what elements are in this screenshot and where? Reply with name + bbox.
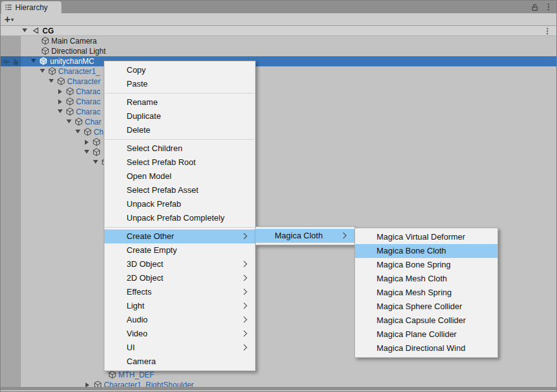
foldout-icon[interactable] <box>84 150 89 154</box>
chevron-down-icon: ▾ <box>11 16 14 23</box>
menu-item-magica-sphere-collider[interactable]: Magica Sphere Collider <box>355 300 498 314</box>
tree-item-directional-light[interactable]: Directional Light <box>1 46 556 56</box>
foldout-icon[interactable] <box>58 109 63 113</box>
menu-item-label: 3D Object <box>127 259 163 269</box>
menu-item-rename[interactable]: Rename <box>104 95 255 109</box>
menu-item-light[interactable]: Light <box>104 299 255 313</box>
menu-item-delete[interactable]: Delete <box>104 123 255 137</box>
tree-item[interactable]: Character1_ <box>1 66 556 77</box>
menu-item-camera[interactable]: Camera <box>104 355 255 369</box>
foldout-icon[interactable] <box>66 119 72 123</box>
tree-item-label: Charac <box>76 107 101 117</box>
menu-item-magica-plane-collider[interactable]: Magica Plane Collider <box>355 328 498 341</box>
menu-item-select-prefab-asset[interactable]: Select Prefab Asset <box>104 183 255 197</box>
pick-hand-icon[interactable] <box>11 58 20 66</box>
eye-icon[interactable] <box>2 58 10 66</box>
menu-item-duplicate[interactable]: Duplicate <box>104 109 255 123</box>
menu-item-magica-virtual-deformer[interactable]: Magica Virtual Deformer <box>355 230 498 244</box>
menu-item-magica-cloth[interactable]: Magica Cloth <box>256 229 354 243</box>
create-button[interactable]: + ▾ <box>4 13 14 25</box>
cube-icon <box>57 77 65 85</box>
menu-item-video[interactable]: Video <box>104 327 255 341</box>
plus-icon: + <box>4 14 10 25</box>
tree-item[interactable] <box>1 157 556 168</box>
cube-icon <box>48 67 56 75</box>
tree-item-main-camera[interactable]: Main Camera <box>1 36 556 46</box>
menu-item-magica-bone-cloth[interactable]: Magica Bone Cloth <box>355 244 498 258</box>
foldout-icon[interactable] <box>22 28 27 32</box>
tab-bar-controls: ⋮ <box>530 1 553 13</box>
menu-item-ui[interactable]: UI <box>104 341 255 355</box>
menu-item-select-prefab-root[interactable]: Select Prefab Root <box>104 156 255 169</box>
tree-item[interactable] <box>1 137 556 147</box>
create-other-submenu: Magica Cloth <box>255 226 355 245</box>
menu-item-label: 2D Object <box>127 273 163 283</box>
cube-icon <box>75 118 83 126</box>
menu-item-unpack-prefab-completely[interactable]: Unpack Prefab Completely <box>104 211 255 225</box>
cube-icon <box>41 37 49 45</box>
menu-item-effects[interactable]: Effects <box>104 285 255 299</box>
menu-item-label: Magica Cloth <box>275 231 323 240</box>
tree-item[interactable] <box>1 147 556 157</box>
submenu-arrow-icon <box>241 275 247 281</box>
tree-item[interactable]: Charac <box>1 107 556 117</box>
menu-item-label: Create Other <box>127 231 174 241</box>
cube-icon <box>108 371 116 379</box>
menu-item-paste[interactable]: Paste <box>104 77 255 91</box>
unlock-icon[interactable] <box>530 3 539 11</box>
foldout-icon[interactable] <box>75 130 80 133</box>
tree-item-mth-def[interactable]: MTH_DEF <box>1 370 556 380</box>
tab-bar: Hierarchy ⋮ <box>1 1 556 13</box>
cube-icon <box>66 107 74 116</box>
submenu-arrow-icon <box>241 317 247 323</box>
menu-item-3d-object[interactable]: 3D Object <box>104 257 255 271</box>
magica-cloth-submenu: Magica Virtual Deformer Magica Bone Clot… <box>354 228 498 358</box>
menu-item-create-empty[interactable]: Create Empty <box>104 243 255 257</box>
tree-item[interactable]: Ch <box>1 127 556 137</box>
tree-item[interactable]: Charac <box>1 87 556 97</box>
menu-separator <box>105 227 254 228</box>
menu-item-magica-bone-spring[interactable]: Magica Bone Spring <box>355 258 498 272</box>
cube-icon <box>66 97 74 106</box>
hierarchy-toolbar: + ▾ <box>1 13 556 26</box>
scene-header-row[interactable]: CG ⋮ <box>1 26 556 36</box>
hierarchy-list-icon <box>4 3 13 11</box>
tree-item-unitychanmc-selected[interactable]: unitychanMC <box>1 56 556 66</box>
foldout-icon[interactable] <box>93 160 98 164</box>
submenu-arrow-icon <box>241 233 247 240</box>
menu-item-magica-mesh-cloth[interactable]: Magica Mesh Cloth <box>355 272 498 286</box>
foldout-icon[interactable] <box>49 79 54 83</box>
menu-item-open-model[interactable]: Open Model <box>104 169 255 183</box>
tree-item[interactable]: Charac <box>1 97 556 107</box>
unity-scene-icon <box>31 27 39 35</box>
menu-item-audio[interactable]: Audio <box>104 313 255 327</box>
menu-item-unpack-prefab[interactable]: Unpack Prefab <box>104 197 255 211</box>
submenu-arrow-icon <box>241 261 247 267</box>
submenu-arrow-icon <box>241 345 247 351</box>
panel-menu-icon[interactable]: ⋮ <box>544 1 553 13</box>
foldout-icon[interactable] <box>31 59 36 63</box>
foldout-icon[interactable] <box>58 99 62 104</box>
menu-item-select-children[interactable]: Select Children <box>104 142 255 156</box>
scene-menu-icon[interactable]: ⋮ <box>544 26 551 36</box>
foldout-icon[interactable] <box>40 69 45 73</box>
cube-icon <box>84 128 92 136</box>
menu-item-magica-directional-wind[interactable]: Magica Directional Wind <box>355 341 498 355</box>
menu-item-copy[interactable]: Copy <box>104 63 255 77</box>
menu-item-magica-capsule-collider[interactable]: Magica Capsule Collider <box>355 314 498 328</box>
tree-item[interactable]: Character <box>1 77 556 87</box>
tree-item-label: Charac <box>76 87 101 97</box>
menu-item-2d-object[interactable]: 2D Object <box>104 271 255 285</box>
submenu-arrow-icon <box>241 331 247 337</box>
menu-item-create-other[interactable]: Create Other <box>104 230 255 243</box>
menu-item-magica-mesh-spring[interactable]: Magica Mesh Spring <box>355 286 498 300</box>
visibility-gutter-selected <box>1 56 21 66</box>
submenu-arrow-icon <box>241 303 247 309</box>
tree-item[interactable]: Char <box>1 117 556 127</box>
foldout-icon[interactable] <box>85 140 89 145</box>
cube-icon <box>92 138 101 146</box>
submenu-arrow-icon <box>241 289 247 295</box>
foldout-icon[interactable] <box>58 89 62 94</box>
prefab-cube-icon <box>39 57 47 65</box>
tab-hierarchy[interactable]: Hierarchy <box>1 1 61 13</box>
